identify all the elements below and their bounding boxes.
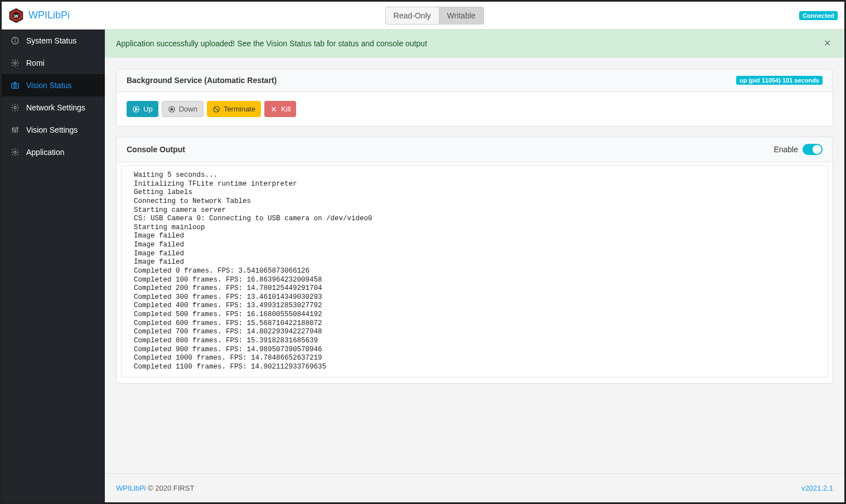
service-button-row: Up Down Terminate: [127, 101, 823, 117]
console-output-card: Console Output Enable Waiting 5 seconds.…: [116, 137, 833, 384]
service-status-badge: up (pid 11054) 101 seconds: [736, 76, 823, 85]
svg-point-13: [12, 128, 14, 130]
footer-copyright: © 2020 FIRST: [146, 484, 194, 492]
sidebar-item-label: Romi: [26, 59, 45, 67]
down-button[interactable]: Down: [162, 101, 204, 117]
success-alert: Application successfully uploaded! See t…: [105, 30, 844, 57]
svg-point-16: [14, 151, 16, 153]
console-output[interactable]: Waiting 5 seconds... Initializing TFLite…: [121, 166, 828, 377]
svg-point-5: [15, 39, 16, 40]
sidebar-item-application[interactable]: Application: [2, 141, 105, 163]
enable-toggle-wrap: Enable: [774, 144, 823, 155]
svg-point-9: [14, 106, 16, 109]
svg-text:W: W: [14, 13, 19, 18]
sidebar-item-vision-status[interactable]: Vision Status: [2, 74, 105, 96]
topbar: W WPILibPi Read-Only Writable Connected: [2, 2, 844, 30]
card-header: Console Output Enable: [117, 137, 833, 162]
sidebar-item-label: Application: [26, 148, 65, 157]
background-service-card: Background Service (Automatic Restart) u…: [116, 69, 833, 127]
gear-icon: [11, 148, 20, 157]
x-icon: [270, 105, 278, 113]
main-content: Application successfully uploaded! See t…: [105, 30, 844, 502]
connected-badge: Connected: [799, 11, 838, 20]
card-header: Background Service (Automatic Restart) u…: [117, 69, 833, 92]
sidebar-item-vision-settings[interactable]: Vision Settings: [2, 119, 105, 141]
console-title: Console Output: [127, 145, 185, 154]
sidebar-item-system-status[interactable]: System Status: [2, 30, 105, 52]
footer-link[interactable]: WPILibPi: [116, 484, 146, 492]
btn-label: Up: [143, 105, 153, 113]
enable-toggle[interactable]: [803, 144, 823, 155]
service-title: Background Service (Automatic Restart): [127, 76, 277, 85]
wpilib-logo-icon: W: [8, 8, 24, 23]
footer: WPILibPi © 2020 FIRST v2021.2.1: [105, 473, 844, 502]
camera-icon: [11, 81, 20, 90]
ban-icon: [212, 105, 220, 113]
brand-text[interactable]: WPILibPi: [28, 9, 70, 21]
read-only-button[interactable]: Read-Only: [385, 7, 439, 25]
svg-rect-20: [171, 108, 173, 110]
brand: W WPILibPi: [8, 8, 70, 23]
footer-left: WPILibPi © 2020 FIRST: [116, 484, 194, 492]
up-button[interactable]: Up: [127, 101, 158, 117]
close-icon[interactable]: ✕: [821, 38, 833, 49]
sidebar-item-label: System Status: [26, 36, 76, 45]
alert-text: Application successfully uploaded! See t…: [116, 39, 427, 48]
svg-line-22: [214, 107, 219, 112]
stop-circle-icon: [168, 105, 176, 113]
sidebar-item-label: Vision Settings: [26, 125, 78, 134]
mode-button-group: Read-Only Writable: [385, 7, 484, 25]
svg-point-14: [14, 130, 16, 132]
btn-label: Down: [179, 105, 197, 113]
sidebar-item-romi[interactable]: Romi: [2, 52, 105, 74]
svg-rect-7: [12, 84, 18, 89]
kill-button[interactable]: Kill: [264, 101, 296, 117]
gear-icon: [11, 103, 20, 112]
info-icon: [11, 36, 20, 45]
btn-label: Kill: [281, 105, 291, 113]
enable-label: Enable: [774, 145, 798, 154]
sidebar-item-network-settings[interactable]: Network Settings: [2, 96, 105, 119]
sidebar-item-label: Network Settings: [26, 103, 85, 112]
terminate-button[interactable]: Terminate: [207, 101, 261, 117]
footer-version: v2021.2.1: [801, 484, 833, 492]
btn-label: Terminate: [224, 105, 255, 113]
svg-point-15: [17, 127, 18, 129]
writable-button[interactable]: Writable: [439, 7, 484, 25]
gear-icon: [11, 59, 20, 67]
svg-point-8: [14, 85, 17, 88]
sidebar-item-label: Vision Status: [26, 81, 71, 90]
svg-point-6: [14, 62, 16, 64]
svg-marker-18: [136, 108, 138, 110]
sidebar: System Status Romi Vision Status Network…: [2, 30, 105, 502]
sliders-icon: [11, 125, 20, 134]
play-circle-icon: [132, 105, 140, 113]
